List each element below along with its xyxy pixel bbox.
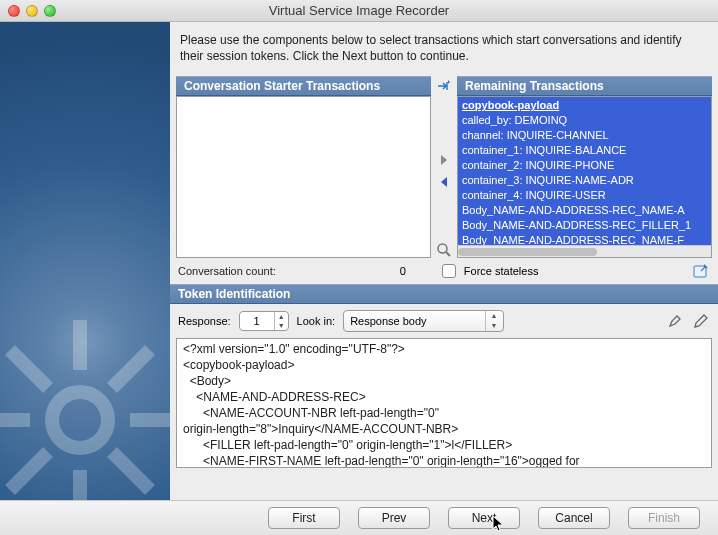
cancel-button[interactable]: Cancel: [538, 507, 610, 529]
remaining-hscrollbar[interactable]: [458, 245, 711, 257]
conversation-starter-column: Conversation Starter Transactions: [176, 76, 431, 258]
remaining-list-item[interactable]: channel: INQUIRE-CHANNEL: [460, 128, 709, 143]
combo-arrows-icon: ▲▼: [485, 311, 503, 331]
count-row: Conversation count: 0 Force stateless: [170, 260, 718, 284]
lookin-combo[interactable]: Response body ▲▼: [343, 310, 503, 332]
first-button[interactable]: First: [268, 507, 340, 529]
remaining-list-item[interactable]: container_2: INQUIRE-PHONE: [460, 158, 709, 173]
response-stepper[interactable]: 1 ▲▼: [239, 311, 289, 331]
svg-point-9: [438, 244, 447, 253]
conversation-count-value: 0: [284, 265, 414, 277]
export-icon[interactable]: [692, 262, 710, 280]
remaining-list[interactable]: copybook-payloadcalled_by: DEMOINQchanne…: [457, 96, 712, 258]
next-button[interactable]: Next: [448, 507, 520, 529]
stepper-arrows[interactable]: ▲▼: [274, 312, 288, 330]
token-identification-header: Token Identification: [170, 284, 718, 304]
remaining-list-item[interactable]: container_1: INQUIRE-BALANCE: [460, 143, 709, 158]
edit-tool-icon[interactable]: [692, 312, 710, 330]
svg-line-5: [10, 350, 48, 388]
wizard-footer: First Prev Next Cancel Finish: [0, 500, 718, 535]
remaining-header: Remaining Transactions: [457, 76, 712, 96]
svg-line-10: [446, 252, 450, 256]
window-title: Virtual Service Image Recorder: [0, 3, 718, 18]
wizard-content: Please use the components below to selec…: [170, 22, 718, 500]
move-right-icon[interactable]: [436, 152, 452, 168]
force-stateless-checkbox[interactable]: [442, 264, 456, 278]
remaining-list-item[interactable]: container_4: INQUIRE-USER: [460, 188, 709, 203]
highlight-tool-icon[interactable]: [666, 312, 684, 330]
response-label: Response:: [178, 315, 231, 327]
window-controls: [8, 5, 56, 17]
svg-line-7: [112, 350, 150, 388]
remaining-list-item[interactable]: Body_NAME-AND-ADDRESS-REC_NAME-A: [460, 203, 709, 218]
zoom-window-button[interactable]: [44, 5, 56, 17]
force-stateless-label: Force stateless: [464, 265, 539, 277]
remaining-list-item[interactable]: called_by: DEMOINQ: [460, 113, 709, 128]
response-body-viewer[interactable]: <?xml version="1.0" encoding="UTF-8"?> <…: [176, 338, 712, 468]
prev-button[interactable]: Prev: [358, 507, 430, 529]
add-all-icon[interactable]: [436, 78, 452, 94]
remaining-list-item[interactable]: Body_NAME-AND-ADDRESS-REC_FILLER_1: [460, 218, 709, 233]
move-buttons-column: [435, 76, 453, 258]
titlebar: Virtual Service Image Recorder: [0, 0, 718, 22]
lookin-value: Response body: [350, 315, 426, 327]
conversation-starter-header: Conversation Starter Transactions: [176, 76, 431, 96]
svg-line-6: [112, 452, 150, 490]
minimize-window-button[interactable]: [26, 5, 38, 17]
lookin-label: Look in:: [297, 315, 336, 327]
token-controls-row: Response: 1 ▲▼ Look in: Response body ▲▼: [170, 304, 718, 338]
remaining-list-item[interactable]: copybook-payload: [460, 98, 709, 113]
svg-line-8: [10, 452, 48, 490]
remaining-list-item[interactable]: container_3: INQUIRE-NAME-ADR: [460, 173, 709, 188]
magnifier-icon[interactable]: [436, 242, 452, 258]
instructions-text: Please use the components below to selec…: [170, 22, 718, 72]
conversation-starter-list[interactable]: [176, 96, 431, 258]
finish-button: Finish: [628, 507, 700, 529]
transaction-lists-row: Conversation Starter Transactions: [170, 72, 718, 260]
response-value: 1: [240, 312, 274, 330]
remaining-column: Remaining Transactions copybook-payloadc…: [457, 76, 712, 258]
close-window-button[interactable]: [8, 5, 20, 17]
move-left-icon[interactable]: [436, 174, 452, 190]
wizard-side-graphic: [0, 22, 170, 500]
conversation-count-label: Conversation count:: [178, 265, 276, 277]
svg-point-0: [52, 392, 108, 448]
